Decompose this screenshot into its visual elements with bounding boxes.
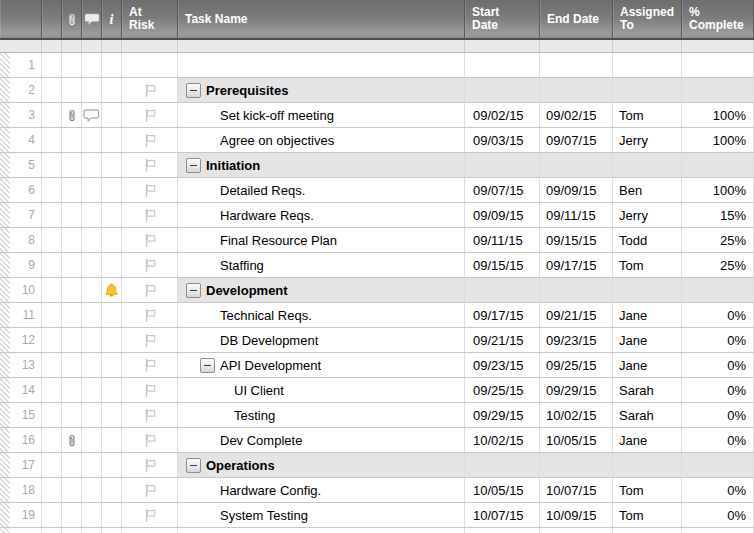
end-date-cell[interactable]: 10/07/15 [540,478,613,502]
lock-cell[interactable] [42,228,62,252]
row-drag-handle[interactable] [0,353,10,377]
start-date-cell[interactable]: 10/02/15 [465,428,540,452]
comment-cell[interactable] [82,303,102,327]
info-cell[interactable] [102,353,122,377]
end-date-cell[interactable] [540,278,613,302]
row-number-cell[interactable]: 11 [0,303,42,327]
row-drag-handle[interactable] [0,253,10,277]
row-number-cell[interactable] [0,528,42,533]
at-risk-cell[interactable] [122,53,178,77]
row-drag-handle[interactable] [0,403,10,427]
at-risk-cell[interactable] [122,378,178,402]
task-name-cell[interactable]: Hardware Reqs. [178,203,465,227]
attachment-cell[interactable] [62,278,82,302]
attachment-cell[interactable] [62,228,82,252]
percent-complete-cell[interactable] [682,453,754,477]
end-date-cell[interactable] [540,528,613,533]
assigned-to-cell[interactable]: Tom [613,253,682,277]
start-date-cell[interactable]: 09/17/15 [465,303,540,327]
header-end-date[interactable]: End Date [540,0,613,38]
info-cell[interactable] [102,103,122,127]
task-name-cell[interactable]: System Testing [178,503,465,527]
flag-icon[interactable] [143,258,157,273]
comment-cell[interactable] [82,428,102,452]
info-cell[interactable] [102,278,122,302]
info-cell[interactable] [102,328,122,352]
start-date-cell[interactable] [465,78,540,102]
header-at-risk[interactable]: At Risk [122,0,178,38]
row-drag-handle[interactable] [0,278,10,302]
collapse-toggle[interactable] [186,458,201,473]
row-drag-handle[interactable] [0,78,10,102]
comment-cell[interactable] [82,453,102,477]
end-date-cell[interactable]: 09/09/15 [540,178,613,202]
info-cell[interactable] [102,528,122,533]
attachment-cell[interactable] [62,428,82,452]
task-name-cell[interactable]: Operations [178,453,465,477]
row-number-cell[interactable]: 12 [0,328,42,352]
header-percent-complete[interactable]: % Complete [682,0,754,38]
info-cell[interactable] [102,503,122,527]
row-drag-handle[interactable] [0,153,10,177]
flag-icon[interactable] [143,308,157,323]
header-assigned-to[interactable]: Assigned To [613,0,682,38]
flag-icon[interactable] [143,108,157,123]
start-date-cell[interactable]: 09/21/15 [465,328,540,352]
header-lock-column[interactable] [42,0,62,38]
attachment-cell[interactable] [62,403,82,427]
end-date-cell[interactable] [540,53,613,77]
flag-icon[interactable] [143,408,157,423]
end-date-cell[interactable]: 10/02/15 [540,403,613,427]
start-date-cell[interactable]: 10/07/15 [465,503,540,527]
comment-cell[interactable] [82,53,102,77]
assigned-to-cell[interactable] [613,153,682,177]
lock-cell[interactable] [42,128,62,152]
attachment-cell[interactable] [62,128,82,152]
row-number-cell[interactable]: 16 [0,428,42,452]
comment-cell[interactable] [82,178,102,202]
at-risk-cell[interactable] [122,478,178,502]
end-date-cell[interactable]: 09/15/15 [540,228,613,252]
at-risk-cell[interactable] [122,303,178,327]
end-date-cell[interactable]: 09/23/15 [540,328,613,352]
start-date-cell[interactable]: 09/09/15 [465,203,540,227]
end-date-cell[interactable] [540,153,613,177]
end-date-cell[interactable]: 09/07/15 [540,128,613,152]
flag-icon[interactable] [143,183,157,198]
header-corner-cell[interactable] [0,0,42,38]
start-date-cell[interactable] [465,153,540,177]
assigned-to-cell[interactable]: Jane [613,428,682,452]
percent-complete-cell[interactable]: 0% [682,303,754,327]
info-cell[interactable] [102,303,122,327]
task-name-cell[interactable]: API Development [178,353,465,377]
at-risk-cell[interactable] [122,353,178,377]
lock-cell[interactable] [42,353,62,377]
start-date-cell[interactable]: 09/02/15 [465,103,540,127]
task-name-cell[interactable]: Prerequisites [178,78,465,102]
row-number-cell[interactable]: 3 [0,103,42,127]
attachment-cell[interactable] [62,53,82,77]
row-number-cell[interactable]: 8 [0,228,42,252]
flag-icon[interactable] [143,433,157,448]
flag-icon[interactable] [143,458,157,473]
row-drag-handle[interactable] [0,378,10,402]
start-date-cell[interactable]: 09/07/15 [465,178,540,202]
row-drag-handle[interactable] [0,53,10,77]
row-number-cell[interactable]: 18 [0,478,42,502]
task-name-cell[interactable]: Technical Reqs. [178,303,465,327]
at-risk-cell[interactable] [122,153,178,177]
row-number-cell[interactable]: 5 [0,153,42,177]
at-risk-cell[interactable] [122,228,178,252]
percent-complete-cell[interactable] [682,153,754,177]
attachment-cell[interactable] [62,453,82,477]
assigned-to-cell[interactable]: Todd [613,228,682,252]
lock-cell[interactable] [42,328,62,352]
start-date-cell[interactable]: 09/23/15 [465,353,540,377]
task-name-cell[interactable]: Detailed Reqs. [178,178,465,202]
at-risk-cell[interactable] [122,528,178,533]
comment-cell[interactable] [82,478,102,502]
lock-cell[interactable] [42,503,62,527]
lock-cell[interactable] [42,403,62,427]
lock-cell[interactable] [42,278,62,302]
attachment-cell[interactable] [62,328,82,352]
